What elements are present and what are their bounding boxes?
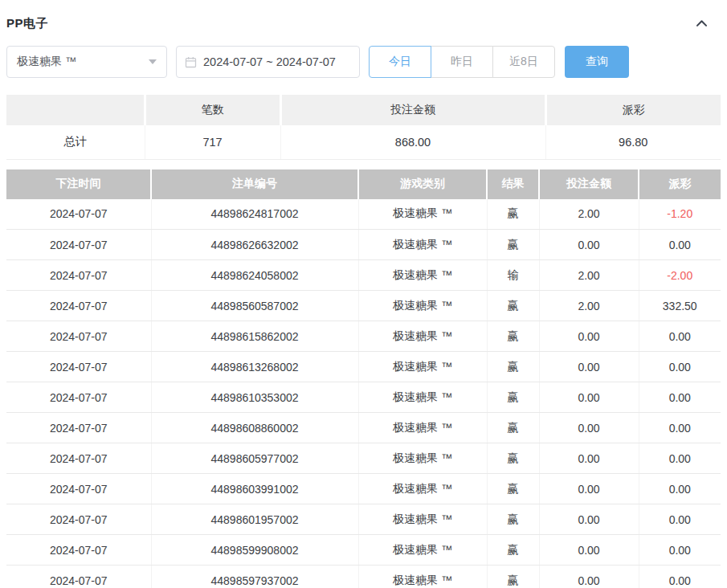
table-row: 2024-07-07 44898610353002 极速糖果 ™ 赢 0.00 … — [6, 382, 721, 413]
panel-title: PP电子 — [6, 16, 48, 31]
order-no-cell: 44898560587002 — [151, 291, 358, 321]
today-button[interactable]: 今日 — [369, 46, 431, 78]
bet-time-cell: 2024-07-07 — [6, 321, 151, 352]
bet-time-cell: 2024-07-07 — [6, 260, 151, 291]
bet-amount-cell: 0.00 — [539, 504, 639, 535]
panel-header: PP电子 — [6, 0, 721, 35]
bet-time-cell: 2024-07-07 — [6, 443, 151, 474]
order-no-cell: 44898608860002 — [151, 413, 358, 443]
pp-electronic-panel: PP电子 极速糖果 ™ 2024-07-07 ~ 2024-07-07 — [0, 0, 727, 588]
table-row: 2024-07-07 44898624817002 极速糖果 ™ 赢 2.00 … — [6, 199, 721, 230]
bet-time-cell: 2024-07-07 — [6, 352, 151, 382]
game-type-cell: 极速糖果 ™ — [358, 474, 487, 504]
result-cell: 赢 — [487, 321, 539, 352]
game-type-cell: 极速糖果 ™ — [358, 382, 487, 413]
collapse-button[interactable] — [691, 14, 713, 33]
result-cell: 赢 — [487, 413, 539, 443]
game-type-cell: 极速糖果 ™ — [358, 352, 487, 382]
table-row: 2024-07-07 44898599908002 极速糖果 ™ 赢 0.00 … — [6, 535, 721, 566]
order-no-cell: 44898626632002 — [151, 230, 358, 260]
filter-bar: 极速糖果 ™ 2024-07-07 ~ 2024-07-07 今日 昨日 近8日… — [6, 46, 721, 78]
bet-time-cell: 2024-07-07 — [6, 199, 151, 230]
payout-cell: -2.00 — [639, 260, 721, 291]
table-row: 2024-07-07 44898597937002 极速糖果 ™ 赢 0.00 … — [6, 566, 721, 588]
bet-time-cell: 2024-07-07 — [6, 413, 151, 443]
game-select[interactable]: 极速糖果 ™ — [6, 46, 167, 78]
calendar-icon — [185, 56, 197, 68]
result-cell: 赢 — [487, 535, 539, 566]
bet-amount-cell: 2.00 — [539, 291, 639, 321]
summary-total-count: 717 — [145, 125, 280, 159]
bet-amount-cell: 0.00 — [539, 443, 639, 474]
payout-cell: 0.00 — [639, 474, 721, 504]
bet-amount-cell: 2.00 — [539, 199, 639, 230]
bet-amount-cell: 0.00 — [539, 382, 639, 413]
bet-amount-cell: 0.00 — [539, 230, 639, 260]
table-row: 2024-07-07 44898613268002 极速糖果 ™ 赢 0.00 … — [6, 352, 721, 382]
table-row: 2024-07-07 44898615862002 极速糖果 ™ 赢 0.00 … — [6, 321, 721, 352]
bet-amount-cell: 0.00 — [539, 535, 639, 566]
bet-amount-cell: 0.00 — [539, 474, 639, 504]
payout-cell: 0.00 — [639, 352, 721, 382]
order-no-cell: 44898624058002 — [151, 260, 358, 291]
result-cell: 赢 — [487, 443, 539, 474]
result-cell: 输 — [487, 260, 539, 291]
table-row: 2024-07-07 44898603991002 极速糖果 ™ 赢 0.00 … — [6, 474, 721, 504]
result-cell: 赢 — [487, 382, 539, 413]
order-no-cell: 44898599908002 — [151, 535, 358, 566]
yesterday-button[interactable]: 昨日 — [431, 46, 493, 78]
summary-total-payout: 96.80 — [545, 125, 721, 159]
summary-header-blank — [6, 95, 145, 125]
game-type-cell: 极速糖果 ™ — [358, 504, 487, 535]
date-range-value: 2024-07-07 ~ 2024-07-07 — [203, 55, 336, 68]
last-8-days-button[interactable]: 近8日 — [492, 46, 555, 78]
bet-time-cell: 2024-07-07 — [6, 474, 151, 504]
header-payout: 派彩 — [639, 169, 721, 199]
payout-cell: 0.00 — [639, 382, 721, 413]
caret-down-icon — [149, 59, 157, 64]
order-no-cell: 44898610353002 — [151, 382, 358, 413]
bet-amount-cell: 2.00 — [539, 260, 639, 291]
result-cell: 赢 — [487, 504, 539, 535]
payout-cell: 0.00 — [639, 535, 721, 566]
order-no-cell: 44898601957002 — [151, 504, 358, 535]
result-cell: 赢 — [487, 352, 539, 382]
records-header-row: 下注时间 注单编号 游戏类别 结果 投注金额 派彩 — [6, 169, 721, 199]
summary-table: 笔数 投注金额 派彩 总计 717 868.00 96.80 — [6, 95, 721, 160]
game-type-cell: 极速糖果 ™ — [358, 199, 487, 230]
summary-total-row: 总计 717 868.00 96.80 — [6, 125, 721, 159]
summary-total-bet-amount: 868.00 — [280, 125, 545, 159]
order-no-cell: 44898605977002 — [151, 443, 358, 474]
payout-cell: 0.00 — [639, 321, 721, 352]
bet-amount-cell: 0.00 — [539, 413, 639, 443]
game-type-cell: 极速糖果 ™ — [358, 566, 487, 588]
order-no-cell: 44898615862002 — [151, 321, 358, 352]
result-cell: 赢 — [487, 230, 539, 260]
chevron-up-icon — [694, 16, 709, 31]
game-type-cell: 极速糖果 ™ — [358, 291, 487, 321]
game-type-cell: 极速糖果 ™ — [358, 321, 487, 352]
table-row: 2024-07-07 44898624058002 极速糖果 ™ 输 2.00 … — [6, 260, 721, 291]
payout-cell: 0.00 — [639, 230, 721, 260]
bet-amount-cell: 0.00 — [539, 321, 639, 352]
payout-cell: -1.20 — [639, 199, 721, 230]
order-no-cell: 44898624817002 — [151, 199, 358, 230]
payout-cell: 332.50 — [639, 291, 721, 321]
result-cell: 赢 — [487, 474, 539, 504]
table-row: 2024-07-07 44898608860002 极速糖果 ™ 赢 0.00 … — [6, 413, 721, 443]
payout-cell: 0.00 — [639, 566, 721, 588]
summary-header-row: 笔数 投注金额 派彩 — [6, 95, 721, 125]
bet-amount-cell: 0.00 — [539, 566, 639, 588]
game-type-cell: 极速糖果 ™ — [358, 443, 487, 474]
summary-header-payout: 派彩 — [545, 95, 721, 125]
summary-header-count: 笔数 — [145, 95, 280, 125]
query-button[interactable]: 查询 — [565, 46, 629, 78]
bet-time-cell: 2024-07-07 — [6, 230, 151, 260]
date-range-input[interactable]: 2024-07-07 ~ 2024-07-07 — [176, 46, 360, 78]
table-row: 2024-07-07 44898560587002 极速糖果 ™ 赢 2.00 … — [6, 291, 721, 321]
summary-header-bet-amount: 投注金额 — [280, 95, 545, 125]
header-result: 结果 — [487, 169, 539, 199]
payout-cell: 0.00 — [639, 443, 721, 474]
table-row: 2024-07-07 44898626632002 极速糖果 ™ 赢 0.00 … — [6, 230, 721, 260]
table-row: 2024-07-07 44898601957002 极速糖果 ™ 赢 0.00 … — [6, 504, 721, 535]
